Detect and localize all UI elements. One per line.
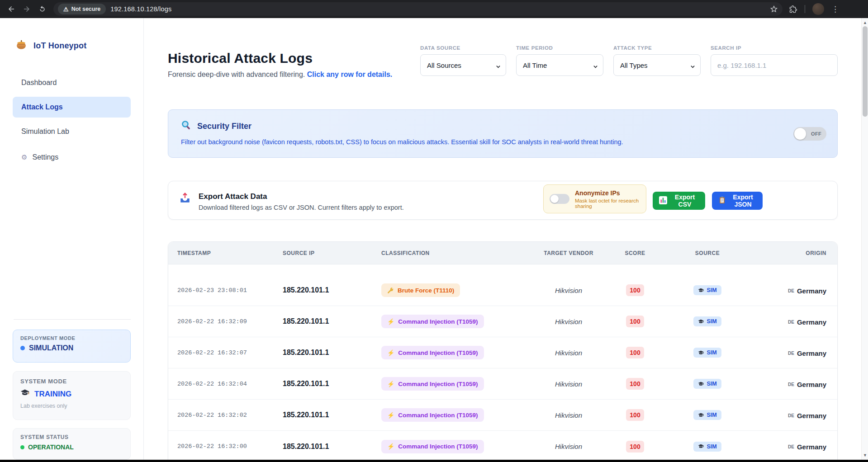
- cell-score: 100: [603, 378, 667, 390]
- browser-forward-button[interactable]: [19, 1, 34, 17]
- main-content: Historical Attack Logs Forensic deep-div…: [144, 18, 868, 460]
- cell-target-vendor: Hikvision: [534, 349, 603, 357]
- data-source-select[interactable]: All Sources: [420, 54, 506, 76]
- cell-source-ip: 185.220.101.1: [283, 349, 381, 357]
- classification-badge: ⚡Command Injection (T1059): [381, 346, 484, 359]
- sidebar-item-label: Simulation Lab: [21, 127, 69, 136]
- security-filter-banner: Security Filter Filter out background no…: [168, 109, 838, 158]
- page-scrollbar[interactable]: ▲ ▼: [861, 18, 868, 460]
- security-filter-description: Filter out background noise (favicon req…: [181, 138, 825, 146]
- security-filter-toggle[interactable]: OFF: [793, 127, 826, 141]
- score-badge: 100: [626, 409, 644, 421]
- search-ip-input[interactable]: [711, 54, 838, 76]
- sidebar-item-settings[interactable]: ⚙ Settings: [13, 147, 131, 168]
- filter-attack-type: ATTACK TYPE All Types: [613, 45, 701, 76]
- classification-badge: ⚡Command Injection (T1059): [381, 377, 484, 391]
- cell-source: SIM: [667, 348, 748, 358]
- toggle-knob: [794, 128, 806, 140]
- source-badge: SIM: [693, 379, 721, 389]
- sidebar-item-dashboard[interactable]: Dashboard: [13, 72, 131, 93]
- scrollbar-thumb[interactable]: [863, 26, 868, 117]
- bolt-icon: ⚡: [387, 381, 394, 387]
- sidebar-item-simulation-lab[interactable]: Simulation Lab: [13, 121, 131, 142]
- profile-avatar[interactable]: [812, 3, 824, 15]
- column-header-target-vendor: TARGET VENDOR: [534, 250, 603, 256]
- origin-country-code: DE: [788, 382, 794, 387]
- anonymize-note: Mask last octet for research sharing: [575, 198, 640, 209]
- bookmark-star-icon[interactable]: [770, 5, 778, 13]
- column-header-score: SCORE: [603, 250, 667, 256]
- source-label: SIM: [707, 412, 716, 418]
- system-mode-card: SYSTEM MODE TRAINING Lab exercises only: [13, 371, 131, 420]
- cell-classification: ⚡Command Injection (T1059): [381, 315, 534, 328]
- browser-toolbar: ⚠ Not secure 192.168.10.128/logs ⋮: [0, 0, 868, 18]
- export-csv-button[interactable]: Export CSV: [653, 192, 705, 210]
- table-row[interactable]: 2026-02-23 23:08:01185.220.101.1Brute Fo…: [168, 275, 837, 306]
- green-dot-icon: [20, 445, 24, 449]
- filter-label: TIME PERIOD: [516, 45, 603, 51]
- origin-country-name: Germany: [797, 287, 826, 295]
- sidebar-item-label: Settings: [32, 153, 58, 161]
- cell-timestamp: 2026-02-23 23:08:01: [177, 287, 283, 294]
- score-badge: 100: [626, 347, 644, 358]
- cell-source: SIM: [667, 316, 748, 326]
- row-details-link[interactable]: Click any row for details.: [307, 71, 393, 78]
- table-header-row: TIMESTAMP SOURCE IP CLASSIFICATION TARGE…: [168, 242, 837, 264]
- filter-search-ip: SEARCH IP: [711, 45, 838, 76]
- cell-target-vendor: Hikvision: [534, 380, 603, 388]
- browser-refresh-button[interactable]: [34, 1, 50, 17]
- url-text: 192.168.10.128/logs: [110, 5, 171, 13]
- column-header-classification: CLASSIFICATION: [381, 250, 534, 256]
- table-row[interactable]: 2026-02-22 16:32:00185.220.101.1⚡Command…: [168, 431, 837, 460]
- system-status-label: SYSTEM STATUS: [20, 434, 123, 440]
- cell-timestamp: 2026-02-22 16:32:00: [177, 443, 283, 450]
- cell-origin: DEGermany: [748, 411, 826, 420]
- cell-classification: ⚡Command Injection (T1059): [381, 408, 534, 422]
- cell-target-vendor: Hikvision: [534, 318, 603, 325]
- table-row[interactable]: 2026-02-22 16:32:04185.220.101.1⚡Command…: [168, 368, 837, 400]
- table-row[interactable]: 2026-02-22 16:32:09185.220.101.1⚡Command…: [168, 306, 837, 337]
- page-subtitle: Forensic deep-dive with advanced filteri…: [168, 71, 305, 78]
- not-secure-chip[interactable]: ⚠ Not secure: [58, 4, 106, 14]
- score-badge: 100: [626, 441, 644, 453]
- cell-source-ip: 185.220.101.1: [283, 286, 381, 294]
- scrollbar-down-arrow[interactable]: ▼: [862, 452, 868, 459]
- cell-source-ip: 185.220.101.1: [283, 317, 381, 325]
- origin-country-code: DE: [788, 413, 794, 418]
- table-body: 2026-02-23 23:08:01185.220.101.1Brute Fo…: [168, 264, 837, 460]
- system-mode-label: SYSTEM MODE: [20, 378, 123, 385]
- source-badge: SIM: [693, 348, 721, 358]
- attack-type-select[interactable]: All Types: [613, 54, 701, 76]
- scrollbar-up-arrow[interactable]: ▲: [862, 19, 868, 26]
- source-badge: SIM: [693, 285, 721, 295]
- cell-target-vendor: Hikvision: [534, 411, 603, 419]
- magnifier-icon: [181, 120, 192, 132]
- toolbar-divider: [805, 5, 805, 13]
- key-icon: [387, 287, 394, 294]
- origin-country-name: Germany: [797, 349, 826, 357]
- sidebar-nav: Dashboard Attack Logs Simulation Lab ⚙ S…: [0, 72, 143, 171]
- export-json-button[interactable]: Export JSON: [712, 192, 763, 210]
- export-json-label: Export JSON: [730, 193, 756, 208]
- cell-target-vendor: Hikvision: [534, 287, 603, 294]
- table-row[interactable]: 2026-02-22 16:32:02185.220.101.1⚡Command…: [168, 400, 837, 431]
- time-period-select[interactable]: All Time: [516, 54, 603, 76]
- grad-cap-icon: [698, 288, 704, 293]
- anonymize-title: Anonymize IPs: [575, 189, 640, 197]
- sidebar-item-label: Attack Logs: [21, 103, 63, 111]
- sidebar-item-attack-logs[interactable]: Attack Logs: [13, 97, 131, 118]
- browser-menu-icon[interactable]: ⋮: [831, 5, 839, 14]
- anonymize-toggle[interactable]: [550, 194, 569, 204]
- table-row[interactable]: 2026-02-22 16:32:07185.220.101.1⚡Command…: [168, 337, 837, 368]
- address-bar[interactable]: ⚠ Not secure 192.168.10.128/logs: [53, 2, 783, 16]
- export-title: Export Attack Data: [199, 192, 404, 201]
- column-header-source-ip: SOURCE IP: [283, 250, 381, 256]
- extensions-icon[interactable]: [789, 5, 797, 14]
- source-label: SIM: [707, 443, 716, 450]
- filter-bar: DATA SOURCE All Sources TIME PERIOD: [420, 45, 838, 76]
- cell-origin: DEGermany: [748, 442, 826, 451]
- deployment-mode-card: DEPLOYMENT MODE SIMULATION: [13, 330, 131, 363]
- cell-source-ip: 185.220.101.1: [283, 443, 381, 451]
- browser-back-button[interactable]: [4, 1, 19, 17]
- app-logo: IoT Honeypot: [15, 39, 143, 52]
